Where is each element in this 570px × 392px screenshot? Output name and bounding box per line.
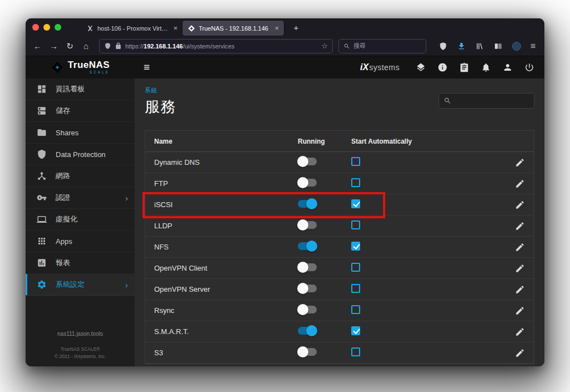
sidebar-item-label: Data Protection [56, 150, 106, 159]
autostart-checkbox[interactable] [351, 178, 360, 187]
edit-pencil-icon[interactable] [515, 221, 525, 231]
autostart-checkbox[interactable] [351, 284, 360, 293]
running-toggle[interactable] [298, 158, 317, 165]
running-toggle[interactable] [298, 327, 317, 335]
edit-pencil-icon[interactable] [515, 348, 525, 358]
lock-icon[interactable] [115, 42, 122, 50]
app-menu-icon[interactable]: ≡ [530, 42, 535, 51]
copyright-label: © 2021 - iXsystems, Inc. [26, 353, 135, 361]
account-icon[interactable] [512, 42, 521, 51]
truenas-favicon [188, 24, 195, 32]
tab-truenas[interactable]: TrueNAS - 192.168.1.146 × [183, 21, 284, 36]
sidebar-item-label: 虛擬化 [56, 214, 77, 224]
truecommand-layers-icon[interactable] [416, 62, 426, 72]
new-tab-button[interactable]: + [289, 21, 303, 34]
tracking-shield-icon[interactable] [104, 42, 111, 50]
search-placeholder: 搜尋 [353, 42, 366, 50]
url-bar[interactable]: https://192.168.1.146/ui/system/services… [99, 39, 333, 53]
gear-icon [37, 280, 47, 290]
autostart-checkbox[interactable] [351, 199, 360, 208]
close-tab-icon[interactable]: × [274, 24, 279, 32]
sidenav-toggle-button[interactable]: ≡ [144, 61, 150, 74]
service-name: S.M.A.R.T. [154, 327, 298, 336]
sidebar-item-apps[interactable]: Apps [26, 231, 135, 252]
running-toggle[interactable] [298, 179, 317, 187]
power-icon[interactable] [524, 62, 534, 72]
column-name: Name [154, 138, 298, 145]
service-name: LLDP [154, 222, 298, 230]
url-text: https://192.168.1.146/ui/system/services [125, 43, 318, 50]
sidebar-item-label: Shares [56, 129, 78, 137]
edit-pencil-icon[interactable] [515, 327, 525, 337]
sidebar-item-reporting[interactable]: 報表 [26, 252, 135, 274]
reload-button[interactable]: ↻ [62, 39, 77, 53]
edit-pencil-icon[interactable] [515, 242, 525, 252]
autostart-checkbox[interactable] [351, 242, 360, 251]
tasks-clipboard-icon[interactable] [459, 62, 469, 72]
autostart-checkbox[interactable] [351, 220, 360, 229]
sidebar-item-system-settings[interactable]: 系統設定 › [26, 274, 135, 296]
running-toggle[interactable] [298, 348, 317, 356]
shares-folder-icon [37, 128, 47, 138]
autostart-checkbox[interactable] [351, 157, 360, 166]
sidebar-item-data-protection[interactable]: Data Protection [26, 144, 135, 165]
window-controls [32, 24, 61, 31]
tab-proxmox[interactable]: host-106 - Proxmox Virtual Env × [81, 21, 183, 36]
bookmark-star-icon[interactable]: ☆ [321, 42, 328, 50]
minimize-window-button[interactable] [43, 24, 50, 31]
edit-pencil-icon[interactable] [515, 179, 525, 189]
close-window-button[interactable] [32, 24, 39, 31]
protections-shield-icon[interactable] [439, 42, 448, 51]
proxmox-favicon [86, 24, 94, 32]
url-scheme: https:// [125, 43, 144, 50]
autostart-checkbox[interactable] [351, 347, 360, 356]
edit-pencil-icon[interactable] [515, 158, 525, 168]
running-toggle[interactable] [298, 242, 317, 250]
autostart-checkbox[interactable] [351, 263, 360, 272]
sidebar-item-credentials[interactable]: 認證 › [26, 187, 135, 209]
edit-pencil-icon[interactable] [515, 263, 525, 273]
forward-button[interactable]: → [46, 39, 61, 53]
sidebar-toggle-icon[interactable] [494, 42, 503, 51]
browser-toolbar-right: ≡ [439, 42, 540, 51]
sidebar-item-label: 報表 [56, 258, 70, 268]
back-button[interactable]: ← [30, 39, 45, 53]
service-name: S3 [154, 349, 298, 357]
info-icon[interactable] [438, 62, 448, 72]
browser-window: host-106 - Proxmox Virtual Env × TrueNAS… [26, 18, 544, 366]
library-icon[interactable] [475, 42, 484, 51]
sidebar-item-storage[interactable]: 儲存 [26, 100, 135, 122]
edit-pencil-icon[interactable] [515, 306, 525, 316]
running-toggle[interactable] [298, 285, 317, 292]
edit-pencil-icon[interactable] [515, 200, 525, 210]
home-button[interactable]: ⌂ [78, 39, 94, 53]
running-toggle[interactable] [298, 200, 317, 208]
sidebar-item-virtualization[interactable]: 虛擬化 [26, 209, 135, 231]
sidebar-item-network[interactable]: 網路 [26, 165, 135, 187]
autostart-checkbox[interactable] [351, 305, 360, 314]
notifications-bell-icon[interactable] [481, 62, 491, 72]
zoom-window-button[interactable] [55, 24, 61, 31]
service-name: Rsync [154, 306, 298, 315]
running-toggle[interactable] [298, 306, 317, 313]
running-toggle[interactable] [298, 263, 317, 271]
sidebar-item-dashboard[interactable]: 資訊看板 [26, 79, 135, 100]
brand-subtitle: SCALE [68, 71, 110, 75]
sidebar-item-label: 儲存 [56, 106, 70, 116]
edit-pencil-icon[interactable] [515, 285, 525, 295]
sidebar-item-shares[interactable]: Shares [26, 122, 135, 144]
sidebar-item-label: 認證 [56, 193, 70, 203]
search-input[interactable] [455, 97, 529, 105]
close-tab-icon[interactable]: × [173, 24, 178, 32]
sidebar-item-label: 網路 [56, 171, 70, 181]
autostart-checkbox[interactable] [351, 326, 360, 335]
truenas-logo-icon [51, 61, 64, 74]
user-icon[interactable] [503, 62, 513, 72]
services-search-field[interactable] [439, 93, 534, 109]
browser-search-box[interactable]: 搜尋 [338, 39, 426, 53]
downloads-icon[interactable] [457, 42, 466, 51]
running-toggle[interactable] [298, 221, 317, 229]
tab-label: TrueNAS - 192.168.1.146 [199, 25, 271, 32]
services-table: Name Running Start Automatically Dynamic… [145, 130, 534, 364]
service-name: OpenVPN Client [154, 264, 298, 272]
